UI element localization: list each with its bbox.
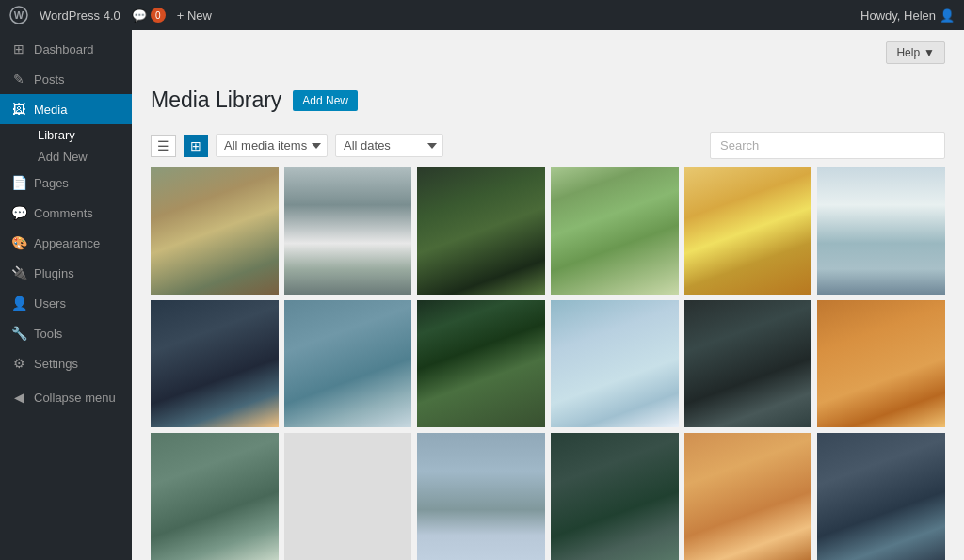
sidebar-item-label: Media: [34, 103, 67, 117]
media-item[interactable]: [151, 300, 279, 428]
sidebar-item-label: Settings: [34, 357, 78, 371]
media-item[interactable]: [817, 167, 945, 295]
media-submenu: Library Add New: [0, 124, 132, 168]
content-header: Help ▼: [132, 30, 964, 72]
media-grid: [132, 167, 964, 560]
sidebar-item-library[interactable]: Library: [26, 124, 132, 146]
comments-icon: 💬: [11, 205, 26, 220]
users-icon: 👤: [11, 296, 26, 311]
sidebar-collapse-menu[interactable]: ◀ Collapse menu: [0, 382, 132, 412]
media-icon: 🖼: [11, 102, 26, 117]
sidebar-item-label: Users: [34, 296, 66, 311]
media-item[interactable]: [284, 433, 412, 560]
grid-view-button[interactable]: ⊞: [184, 135, 208, 157]
add-new-button[interactable]: Add New: [293, 90, 358, 111]
sidebar-item-dashboard[interactable]: ⊞ Dashboard: [0, 34, 132, 64]
user-avatar-icon: 👤: [940, 8, 955, 23]
help-chevron-icon: ▼: [924, 46, 935, 59]
tools-icon: 🔧: [11, 326, 26, 341]
media-item[interactable]: [551, 167, 679, 295]
media-item[interactable]: [551, 433, 679, 560]
media-item[interactable]: [817, 300, 945, 428]
toolbar: ☰ ⊞ All media items Images Audio Video D…: [132, 124, 964, 167]
media-item[interactable]: [684, 433, 812, 560]
collapse-icon: ◀: [11, 390, 26, 405]
sidebar-item-label: Posts: [34, 72, 65, 87]
svg-text:W: W: [14, 9, 24, 21]
media-item[interactable]: [417, 167, 545, 295]
sidebar-item-label: Comments: [34, 206, 93, 220]
plugins-icon: 🔌: [11, 265, 26, 280]
date-filter[interactable]: All dates January 2015 February 2015 Mar…: [335, 134, 443, 157]
media-item[interactable]: [684, 300, 812, 428]
appearance-icon: 🎨: [11, 235, 26, 250]
adminbar-site-name[interactable]: WordPress 4.0: [40, 8, 120, 23]
settings-icon: ⚙: [11, 356, 26, 371]
sidebar-item-label: Appearance: [34, 236, 100, 250]
sidebar-item-plugins[interactable]: 🔌 Plugins: [0, 258, 132, 288]
wp-logo[interactable]: W: [9, 6, 28, 24]
adminbar-new[interactable]: + New: [177, 8, 212, 23]
media-item[interactable]: [817, 433, 945, 560]
adminbar-user[interactable]: Howdy, Helen 👤: [860, 8, 955, 23]
sidebar-item-label: Collapse menu: [34, 391, 116, 405]
list-view-icon: ☰: [157, 138, 169, 153]
media-item[interactable]: [684, 167, 812, 295]
media-item[interactable]: [151, 167, 279, 295]
sidebar-item-comments[interactable]: 💬 Comments: [0, 198, 132, 228]
content-area: Help ▼ Media Library Add New ☰ ⊞ All med…: [132, 30, 964, 560]
media-item[interactable]: [551, 300, 679, 428]
media-grid-inner: [151, 167, 945, 560]
sidebar: ⊞ Dashboard ✎ Posts 🖼 Media Library Add …: [0, 30, 132, 560]
help-button[interactable]: Help ▼: [886, 41, 945, 64]
sidebar-item-label: Tools: [34, 327, 62, 341]
media-type-filter[interactable]: All media items Images Audio Video Docum…: [216, 134, 328, 157]
sidebar-item-appearance[interactable]: 🎨 Appearance: [0, 228, 132, 258]
sidebar-item-pages[interactable]: 📄 Pages: [0, 168, 132, 198]
help-label: Help: [896, 46, 920, 59]
comment-bubble-icon: 💬: [132, 8, 147, 23]
sidebar-item-users[interactable]: 👤 Users: [0, 288, 132, 318]
main-layout: ⊞ Dashboard ✎ Posts 🖼 Media Library Add …: [0, 30, 964, 560]
list-view-button[interactable]: ☰: [151, 135, 176, 157]
sidebar-item-settings[interactable]: ⚙ Settings: [0, 348, 132, 378]
user-greeting: Howdy, Helen: [860, 8, 936, 23]
media-item[interactable]: [284, 167, 412, 295]
sidebar-item-label: Plugins: [34, 266, 74, 280]
posts-icon: ✎: [11, 72, 26, 87]
sidebar-item-tools[interactable]: 🔧 Tools: [0, 318, 132, 348]
media-item[interactable]: [417, 433, 545, 560]
page-title: Media Library: [151, 88, 281, 113]
admin-bar: W WordPress 4.0 💬 0 + New Howdy, Helen 👤: [0, 0, 964, 30]
comment-count: 0: [151, 8, 166, 23]
pages-icon: 📄: [11, 175, 26, 190]
grid-view-icon: ⊞: [190, 138, 201, 153]
media-item[interactable]: [417, 300, 545, 428]
sidebar-item-label: Pages: [34, 176, 69, 190]
sidebar-item-label: Dashboard: [34, 42, 94, 56]
media-item[interactable]: [151, 433, 279, 560]
search-input[interactable]: [710, 132, 945, 159]
dashboard-icon: ⊞: [11, 41, 26, 56]
sidebar-item-add-new[interactable]: Add New: [26, 146, 132, 168]
page-title-area: Media Library Add New: [132, 72, 964, 124]
adminbar-comments[interactable]: 💬 0: [132, 8, 166, 23]
media-item[interactable]: [284, 300, 412, 428]
sidebar-item-posts[interactable]: ✎ Posts: [0, 64, 132, 94]
sidebar-item-media[interactable]: 🖼 Media: [0, 94, 132, 124]
